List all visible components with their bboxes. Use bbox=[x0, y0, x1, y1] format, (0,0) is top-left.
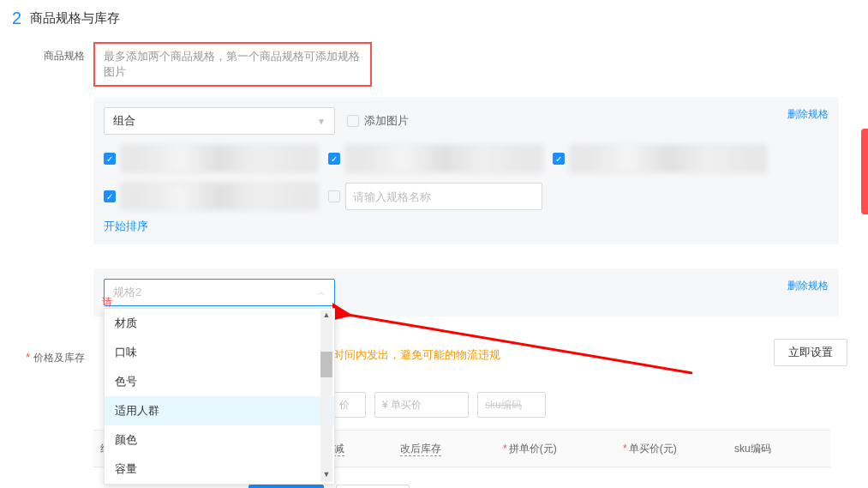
spec-top-1: 组合 ▼ 添加图片 bbox=[104, 107, 829, 135]
value-checkbox[interactable] bbox=[104, 190, 116, 202]
set-now-area: 立即设置 bbox=[774, 339, 847, 366]
value-item bbox=[104, 145, 318, 172]
dropdown-option[interactable]: 色号 bbox=[105, 367, 334, 396]
th-after-stock: 改后库存 bbox=[393, 433, 496, 465]
scroll-up-icon[interactable]: ▲ bbox=[320, 310, 332, 322]
price-input-3[interactable]: sku编码 bbox=[477, 392, 546, 418]
value-input[interactable] bbox=[345, 145, 542, 172]
dropdown-option-selected[interactable]: 适用人群 bbox=[105, 396, 334, 425]
spec-panel-1: 删除规格 组合 ▼ 添加图片 bbox=[93, 97, 839, 244]
scroll-down-icon[interactable]: ▼ bbox=[320, 470, 332, 482]
value-item bbox=[104, 183, 318, 210]
value-checkbox[interactable] bbox=[328, 190, 340, 202]
price-input-2[interactable]: ¥ 单买价 bbox=[374, 392, 469, 418]
th-group-price: 拼单价(元) bbox=[496, 433, 616, 465]
spec-panel-2: 删除规格 规格2 ︿ 材质 口味 色号 适用人群 颜色 容量 ▲ ▼ bbox=[93, 268, 839, 316]
add-image-label: 添加图片 bbox=[364, 113, 409, 129]
scrollbar-thumb[interactable] bbox=[320, 352, 332, 377]
section-title: 商品规格与库存 bbox=[30, 10, 120, 27]
price-label: 价格及库存 bbox=[12, 344, 93, 365]
value-input[interactable] bbox=[570, 145, 767, 172]
price-input-1[interactable]: 价 bbox=[332, 392, 366, 418]
value-input[interactable] bbox=[121, 183, 318, 210]
sort-link[interactable]: 开始排序 bbox=[104, 219, 148, 234]
logistics-warning: 时间内发出，避免可能的物流违规 bbox=[333, 347, 500, 363]
save-draft-button[interactable]: 保存草稿 bbox=[336, 485, 410, 488]
th-sku: sku编码 bbox=[727, 433, 813, 465]
spec-type-dropdown: 规格2 ︿ 材质 口味 色号 适用人群 颜色 容量 ▲ ▼ bbox=[104, 279, 829, 306]
select-value: 组合 bbox=[113, 113, 135, 129]
delete-spec-link-1[interactable]: 删除规格 bbox=[787, 107, 829, 122]
select-placeholder: 规格2 bbox=[113, 285, 141, 300]
dropdown-option[interactable]: 口味 bbox=[105, 338, 334, 367]
value-checkbox[interactable] bbox=[328, 153, 340, 165]
value-item bbox=[328, 145, 542, 172]
dropdown-option[interactable]: 容量 bbox=[105, 455, 334, 484]
submit-button[interactable]: 提交 bbox=[248, 485, 324, 488]
add-image-checkbox[interactable]: 添加图片 bbox=[347, 113, 409, 129]
dropdown-option[interactable]: 颜色 bbox=[105, 425, 334, 455]
feedback-tab[interactable] bbox=[861, 129, 868, 214]
dropdown-option[interactable]: 材质 bbox=[105, 309, 334, 338]
spec-values-row-1 bbox=[104, 145, 829, 210]
spec-type-select-2[interactable]: 规格2 ︿ bbox=[104, 279, 335, 306]
value-item bbox=[328, 183, 542, 210]
spec-panel-2-row: 删除规格 规格2 ︿ 材质 口味 色号 适用人群 颜色 容量 ▲ ▼ bbox=[0, 263, 868, 330]
value-checkbox[interactable] bbox=[104, 153, 116, 165]
value-input[interactable] bbox=[121, 145, 318, 172]
section-number: 2 bbox=[12, 9, 21, 28]
dropdown-menu: 材质 口味 色号 适用人群 颜色 容量 ▲ ▼ bbox=[104, 308, 335, 485]
spec-hint-row: 商品规格 最多添加两个商品规格，第一个商品规格可添加规格图片 bbox=[0, 37, 868, 92]
value-item bbox=[553, 145, 767, 172]
spec-type-select-1[interactable]: 组合 ▼ bbox=[104, 107, 335, 135]
spec-hint: 最多添加两个商品规格，第一个商品规格可添加规格图片 bbox=[93, 42, 372, 87]
section-header: 2 商品规格与库存 bbox=[0, 0, 868, 37]
checkbox-icon bbox=[347, 115, 359, 127]
scrollbar-track bbox=[320, 322, 332, 470]
spec-label: 商品规格 bbox=[12, 42, 93, 63]
spec-panel-1-row: 删除规格 组合 ▼ 添加图片 bbox=[0, 92, 868, 258]
th-single-price: 单买价(元) bbox=[616, 433, 727, 465]
chevron-down-icon: ▼ bbox=[317, 117, 326, 126]
value-checkbox[interactable] bbox=[553, 153, 565, 165]
chevron-down-icon: ︿ bbox=[317, 286, 326, 298]
value-input-empty[interactable] bbox=[345, 183, 542, 210]
set-now-button[interactable]: 立即设置 bbox=[774, 339, 847, 366]
